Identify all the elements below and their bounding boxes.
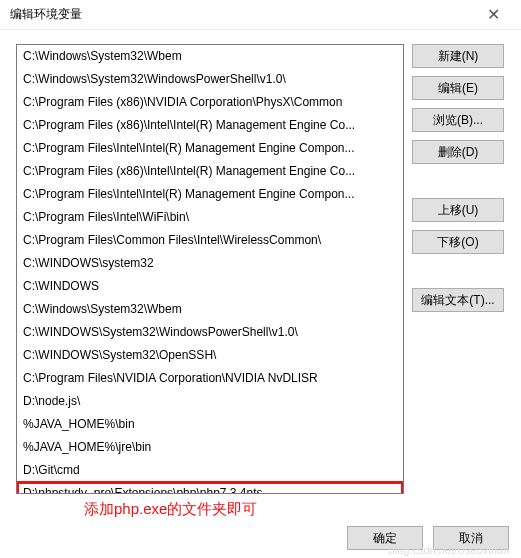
new-button[interactable]: 新建(N) [412,44,504,68]
list-item[interactable]: C:\WINDOWS [17,275,403,298]
list-item[interactable]: C:\WINDOWS\System32\OpenSSH\ [17,344,403,367]
window-title: 编辑环境变量 [10,6,82,23]
path-listbox[interactable]: C:\Windows\System32\WbemC:\Windows\Syste… [16,44,404,494]
list-item[interactable]: D:\Git\cmd [17,459,403,482]
cancel-button[interactable]: 取消 [433,526,509,550]
list-item[interactable]: C:\WINDOWS\System32\WindowsPowerShell\v1… [17,321,403,344]
ok-button[interactable]: 确定 [347,526,423,550]
edit-button[interactable]: 编辑(E) [412,76,504,100]
delete-button[interactable]: 删除(D) [412,140,504,164]
sidebar-buttons: 新建(N) 编辑(E) 浏览(B)... 删除(D) 上移(U) 下移(O) 编… [412,44,504,494]
list-item[interactable]: C:\Windows\System32\WindowsPowerShell\v1… [17,68,403,91]
list-item[interactable]: C:\Program Files\Common Files\Intel\Wire… [17,229,403,252]
list-item[interactable]: C:\WINDOWS\system32 [17,252,403,275]
annotation-text: 添加php.exe的文件夹即可 [84,500,257,519]
list-item[interactable]: %JAVA_HOME%\jre\bin [17,436,403,459]
list-item[interactable]: C:\Windows\System32\Wbem [17,45,403,68]
browse-button[interactable]: 浏览(B)... [412,108,504,132]
list-item[interactable]: C:\Program Files (x86)\Intel\Intel(R) Ma… [17,160,403,183]
content-area: C:\Windows\System32\WbemC:\Windows\Syste… [0,30,521,504]
list-item[interactable]: D:\node.js\ [17,390,403,413]
close-button[interactable]: ✕ [473,1,513,29]
moveup-button[interactable]: 上移(U) [412,198,504,222]
dialog-footer: 确定 取消 [347,526,509,550]
close-icon: ✕ [487,5,500,24]
edittext-button[interactable]: 编辑文本(T)... [412,288,504,312]
list-item[interactable]: C:\Program Files\Intel\Intel(R) Manageme… [17,137,403,160]
list-item[interactable]: C:\Program Files\Intel\WiFi\bin\ [17,206,403,229]
list-item[interactable]: C:\Program Files (x86)\Intel\Intel(R) Ma… [17,114,403,137]
list-item[interactable]: C:\Windows\System32\Wbem [17,298,403,321]
titlebar: 编辑环境变量 ✕ [0,0,521,30]
list-item[interactable]: C:\Program Files\Intel\Intel(R) Manageme… [17,183,403,206]
list-item[interactable]: %JAVA_HOME%\bin [17,413,403,436]
list-item[interactable]: D:\phpstudy_pro\Extensions\php\php7.3.4n… [17,482,403,494]
list-item[interactable]: C:\Program Files\NVIDIA Corporation\NVID… [17,367,403,390]
movedown-button[interactable]: 下移(O) [412,230,504,254]
list-item[interactable]: C:\Program Files (x86)\NVIDIA Corporatio… [17,91,403,114]
